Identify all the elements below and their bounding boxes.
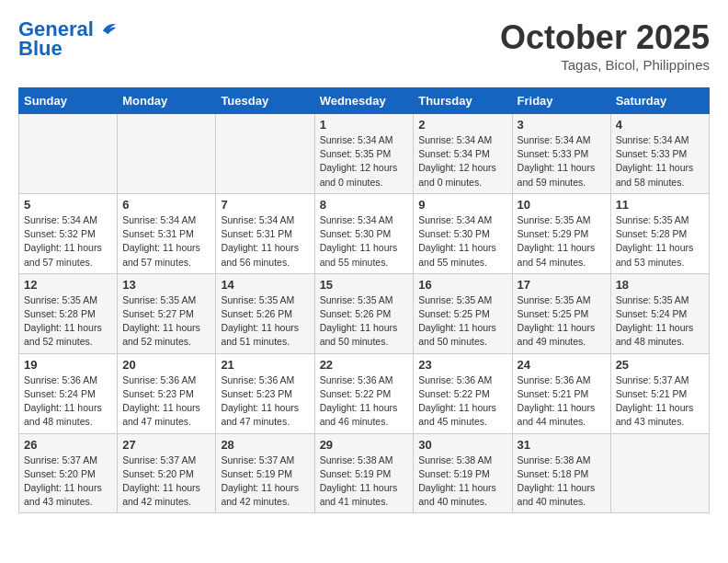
calendar-week-row: 19Sunrise: 5:36 AM Sunset: 5:24 PM Dayli… xyxy=(19,353,710,433)
calendar-cell: 20Sunrise: 5:36 AM Sunset: 5:23 PM Dayli… xyxy=(118,353,216,433)
weekday-header-sunday: Sunday xyxy=(19,88,118,114)
month-title: October 2025 xyxy=(500,18,710,57)
day-info: Sunrise: 5:35 AM Sunset: 5:24 PM Dayligh… xyxy=(616,293,704,350)
calendar-cell xyxy=(610,433,709,513)
calendar-cell: 12Sunrise: 5:35 AM Sunset: 5:28 PM Dayli… xyxy=(19,273,118,353)
weekday-header-wednesday: Wednesday xyxy=(314,88,414,114)
calendar-cell xyxy=(216,114,314,194)
day-info: Sunrise: 5:34 AM Sunset: 5:31 PM Dayligh… xyxy=(221,213,309,270)
calendar-cell: 29Sunrise: 5:38 AM Sunset: 5:19 PM Dayli… xyxy=(314,433,414,513)
calendar-cell: 2Sunrise: 5:34 AM Sunset: 5:34 PM Daylig… xyxy=(414,114,512,194)
day-info: Sunrise: 5:34 AM Sunset: 5:30 PM Dayligh… xyxy=(418,213,506,270)
day-number: 25 xyxy=(616,358,704,372)
day-info: Sunrise: 5:35 AM Sunset: 5:29 PM Dayligh… xyxy=(518,213,606,270)
weekday-header-tuesday: Tuesday xyxy=(216,88,314,114)
day-number: 15 xyxy=(320,278,409,292)
weekday-header-friday: Friday xyxy=(512,88,610,114)
page-header: General Blue October 2025 Tagas, Bicol, … xyxy=(18,18,710,73)
calendar-cell: 11Sunrise: 5:35 AM Sunset: 5:28 PM Dayli… xyxy=(610,193,709,273)
day-number: 17 xyxy=(518,278,606,292)
calendar-week-row: 1Sunrise: 5:34 AM Sunset: 5:35 PM Daylig… xyxy=(19,114,710,194)
day-info: Sunrise: 5:35 AM Sunset: 5:25 PM Dayligh… xyxy=(518,293,606,350)
day-info: Sunrise: 5:35 AM Sunset: 5:26 PM Dayligh… xyxy=(221,293,309,350)
calendar-cell: 26Sunrise: 5:37 AM Sunset: 5:20 PM Dayli… xyxy=(19,433,118,513)
day-info: Sunrise: 5:35 AM Sunset: 5:25 PM Dayligh… xyxy=(418,293,506,350)
day-info: Sunrise: 5:34 AM Sunset: 5:33 PM Dayligh… xyxy=(616,133,704,190)
calendar-week-row: 12Sunrise: 5:35 AM Sunset: 5:28 PM Dayli… xyxy=(19,273,710,353)
day-info: Sunrise: 5:34 AM Sunset: 5:31 PM Dayligh… xyxy=(122,213,210,270)
calendar-table: SundayMondayTuesdayWednesdayThursdayFrid… xyxy=(18,87,710,513)
day-info: Sunrise: 5:34 AM Sunset: 5:32 PM Dayligh… xyxy=(24,213,112,270)
calendar-cell: 24Sunrise: 5:36 AM Sunset: 5:21 PM Dayli… xyxy=(512,353,610,433)
day-info: Sunrise: 5:34 AM Sunset: 5:30 PM Dayligh… xyxy=(320,213,409,270)
day-number: 6 xyxy=(122,198,210,212)
calendar-cell: 27Sunrise: 5:37 AM Sunset: 5:20 PM Dayli… xyxy=(118,433,216,513)
day-number: 12 xyxy=(24,278,112,292)
calendar-cell: 31Sunrise: 5:38 AM Sunset: 5:18 PM Dayli… xyxy=(512,433,610,513)
calendar-cell xyxy=(118,114,216,194)
day-number: 14 xyxy=(221,278,309,292)
day-info: Sunrise: 5:37 AM Sunset: 5:19 PM Dayligh… xyxy=(221,454,309,510)
day-number: 3 xyxy=(518,118,606,132)
calendar-week-row: 26Sunrise: 5:37 AM Sunset: 5:20 PM Dayli… xyxy=(19,433,710,513)
calendar-week-row: 5Sunrise: 5:34 AM Sunset: 5:32 PM Daylig… xyxy=(19,193,710,273)
calendar-cell: 5Sunrise: 5:34 AM Sunset: 5:32 PM Daylig… xyxy=(19,193,118,273)
calendar-cell: 1Sunrise: 5:34 AM Sunset: 5:35 PM Daylig… xyxy=(314,114,414,194)
day-number: 28 xyxy=(221,438,309,452)
calendar-cell: 21Sunrise: 5:36 AM Sunset: 5:23 PM Dayli… xyxy=(216,353,314,433)
calendar-cell: 8Sunrise: 5:34 AM Sunset: 5:30 PM Daylig… xyxy=(314,193,414,273)
calendar-cell: 14Sunrise: 5:35 AM Sunset: 5:26 PM Dayli… xyxy=(216,273,314,353)
day-info: Sunrise: 5:35 AM Sunset: 5:28 PM Dayligh… xyxy=(616,213,704,270)
calendar-cell: 13Sunrise: 5:35 AM Sunset: 5:27 PM Dayli… xyxy=(118,273,216,353)
calendar-cell: 9Sunrise: 5:34 AM Sunset: 5:30 PM Daylig… xyxy=(414,193,512,273)
calendar-cell: 18Sunrise: 5:35 AM Sunset: 5:24 PM Dayli… xyxy=(610,273,709,353)
weekday-header-row: SundayMondayTuesdayWednesdayThursdayFrid… xyxy=(19,88,710,114)
day-info: Sunrise: 5:35 AM Sunset: 5:26 PM Dayligh… xyxy=(320,293,409,350)
calendar-cell: 22Sunrise: 5:36 AM Sunset: 5:22 PM Dayli… xyxy=(314,353,414,433)
calendar-cell: 28Sunrise: 5:37 AM Sunset: 5:19 PM Dayli… xyxy=(216,433,314,513)
logo: General Blue xyxy=(18,18,118,61)
calendar-cell: 19Sunrise: 5:36 AM Sunset: 5:24 PM Dayli… xyxy=(19,353,118,433)
title-area: October 2025 Tagas, Bicol, Philippines xyxy=(500,18,710,73)
calendar-cell: 30Sunrise: 5:38 AM Sunset: 5:19 PM Dayli… xyxy=(414,433,512,513)
calendar-cell: 17Sunrise: 5:35 AM Sunset: 5:25 PM Dayli… xyxy=(512,273,610,353)
calendar-cell: 4Sunrise: 5:34 AM Sunset: 5:33 PM Daylig… xyxy=(610,114,709,194)
day-info: Sunrise: 5:36 AM Sunset: 5:23 PM Dayligh… xyxy=(221,373,309,430)
calendar-cell: 7Sunrise: 5:34 AM Sunset: 5:31 PM Daylig… xyxy=(216,193,314,273)
day-number: 24 xyxy=(518,358,606,372)
day-number: 9 xyxy=(418,198,506,212)
day-number: 22 xyxy=(320,358,409,372)
calendar-cell: 3Sunrise: 5:34 AM Sunset: 5:33 PM Daylig… xyxy=(512,114,610,194)
calendar-cell: 25Sunrise: 5:37 AM Sunset: 5:21 PM Dayli… xyxy=(610,353,709,433)
day-info: Sunrise: 5:37 AM Sunset: 5:21 PM Dayligh… xyxy=(616,373,704,430)
day-number: 29 xyxy=(320,438,409,452)
day-number: 31 xyxy=(518,438,606,452)
day-number: 13 xyxy=(122,278,210,292)
day-number: 27 xyxy=(122,438,210,452)
day-number: 5 xyxy=(24,198,112,212)
day-number: 20 xyxy=(122,358,210,372)
day-number: 19 xyxy=(24,358,112,372)
weekday-header-monday: Monday xyxy=(118,88,216,114)
calendar-cell: 15Sunrise: 5:35 AM Sunset: 5:26 PM Dayli… xyxy=(314,273,414,353)
day-info: Sunrise: 5:36 AM Sunset: 5:22 PM Dayligh… xyxy=(418,373,506,430)
location: Tagas, Bicol, Philippines xyxy=(500,57,710,73)
day-info: Sunrise: 5:38 AM Sunset: 5:18 PM Dayligh… xyxy=(518,454,606,510)
day-number: 18 xyxy=(616,278,704,292)
day-info: Sunrise: 5:36 AM Sunset: 5:22 PM Dayligh… xyxy=(320,373,409,430)
weekday-header-thursday: Thursday xyxy=(414,88,512,114)
day-number: 10 xyxy=(518,198,606,212)
calendar-cell: 6Sunrise: 5:34 AM Sunset: 5:31 PM Daylig… xyxy=(118,193,216,273)
day-info: Sunrise: 5:34 AM Sunset: 5:33 PM Dayligh… xyxy=(518,133,606,190)
day-number: 11 xyxy=(616,198,704,212)
day-info: Sunrise: 5:38 AM Sunset: 5:19 PM Dayligh… xyxy=(320,454,409,510)
day-info: Sunrise: 5:34 AM Sunset: 5:34 PM Dayligh… xyxy=(418,133,506,190)
day-info: Sunrise: 5:38 AM Sunset: 5:19 PM Dayligh… xyxy=(418,454,506,510)
calendar-cell xyxy=(19,114,118,194)
day-info: Sunrise: 5:37 AM Sunset: 5:20 PM Dayligh… xyxy=(122,454,210,510)
day-number: 4 xyxy=(616,118,704,132)
day-info: Sunrise: 5:36 AM Sunset: 5:21 PM Dayligh… xyxy=(518,373,606,430)
day-number: 1 xyxy=(320,118,409,132)
day-number: 16 xyxy=(418,278,506,292)
day-number: 2 xyxy=(418,118,506,132)
